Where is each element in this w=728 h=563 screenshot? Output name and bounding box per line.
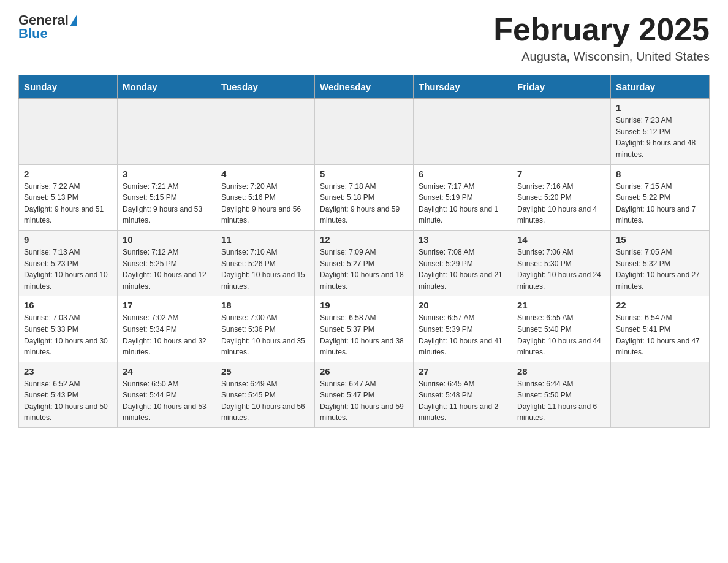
day-number: 12 <box>320 234 408 245</box>
day-number: 13 <box>419 234 507 245</box>
calendar-day-cell: 27Sunrise: 6:45 AMSunset: 5:48 PMDayligh… <box>414 362 512 427</box>
calendar-day-cell: 28Sunrise: 6:44 AMSunset: 5:50 PMDayligh… <box>512 362 611 427</box>
day-number: 16 <box>24 300 112 310</box>
day-number: 23 <box>24 366 112 377</box>
calendar-day-cell: 21Sunrise: 6:55 AMSunset: 5:40 PMDayligh… <box>512 296 611 362</box>
day-number: 10 <box>123 234 211 245</box>
day-info: Sunrise: 7:12 AMSunset: 5:25 PMDaylight:… <box>123 247 211 292</box>
day-info: Sunrise: 7:10 AMSunset: 5:26 PMDaylight:… <box>221 247 309 292</box>
day-info: Sunrise: 7:08 AMSunset: 5:29 PMDaylight:… <box>419 247 507 292</box>
calendar-day-cell: 23Sunrise: 6:52 AMSunset: 5:43 PMDayligh… <box>19 362 118 427</box>
day-number: 18 <box>221 300 309 310</box>
day-info: Sunrise: 7:06 AMSunset: 5:30 PMDaylight:… <box>517 247 605 292</box>
calendar-day-cell: 17Sunrise: 7:02 AMSunset: 5:34 PMDayligh… <box>118 296 216 362</box>
day-info: Sunrise: 6:58 AMSunset: 5:37 PMDaylight:… <box>320 312 408 358</box>
day-info: Sunrise: 6:55 AMSunset: 5:40 PMDaylight:… <box>517 312 605 358</box>
header-thursday: Thursday <box>414 75 512 99</box>
day-info: Sunrise: 7:23 AMSunset: 5:12 PMDaylight:… <box>616 115 704 160</box>
day-number: 6 <box>419 169 507 179</box>
month-title: February 2025 <box>493 12 710 47</box>
calendar-day-cell: 3Sunrise: 7:21 AMSunset: 5:15 PMDaylight… <box>118 164 216 230</box>
day-info: Sunrise: 7:22 AMSunset: 5:13 PMDaylight:… <box>24 181 112 226</box>
day-info: Sunrise: 7:13 AMSunset: 5:23 PMDaylight:… <box>24 247 112 292</box>
calendar-week-row: 16Sunrise: 7:03 AMSunset: 5:33 PMDayligh… <box>19 296 710 362</box>
header-wednesday: Wednesday <box>315 75 414 99</box>
day-number: 5 <box>320 169 408 179</box>
calendar-day-cell: 9Sunrise: 7:13 AMSunset: 5:23 PMDaylight… <box>19 230 118 296</box>
calendar-day-cell: 24Sunrise: 6:50 AMSunset: 5:44 PMDayligh… <box>118 362 216 427</box>
day-info: Sunrise: 7:00 AMSunset: 5:36 PMDaylight:… <box>221 312 309 358</box>
calendar-day-cell: 7Sunrise: 7:16 AMSunset: 5:20 PMDaylight… <box>512 164 611 230</box>
day-info: Sunrise: 6:50 AMSunset: 5:44 PMDaylight:… <box>123 378 211 424</box>
calendar-week-row: 1Sunrise: 7:23 AMSunset: 5:12 PMDaylight… <box>19 99 710 164</box>
day-info: Sunrise: 6:45 AMSunset: 5:48 PMDaylight:… <box>419 378 507 424</box>
day-number: 8 <box>616 169 704 179</box>
calendar-day-cell: 13Sunrise: 7:08 AMSunset: 5:29 PMDayligh… <box>414 230 512 296</box>
location-text: Augusta, Wisconsin, United States <box>493 50 710 64</box>
day-number: 14 <box>517 234 605 245</box>
day-info: Sunrise: 7:02 AMSunset: 5:34 PMDaylight:… <box>123 312 211 358</box>
calendar-day-cell: 8Sunrise: 7:15 AMSunset: 5:22 PMDaylight… <box>611 164 710 230</box>
calendar-day-cell <box>118 99 216 164</box>
calendar-day-cell: 15Sunrise: 7:05 AMSunset: 5:32 PMDayligh… <box>611 230 710 296</box>
day-number: 11 <box>221 234 309 245</box>
day-number: 7 <box>517 169 605 179</box>
calendar-week-row: 9Sunrise: 7:13 AMSunset: 5:23 PMDaylight… <box>19 230 710 296</box>
day-number: 26 <box>320 366 408 377</box>
calendar-day-cell: 18Sunrise: 7:00 AMSunset: 5:36 PMDayligh… <box>216 296 315 362</box>
page-header: General Blue February 2025 Augusta, Wisc… <box>18 12 710 64</box>
day-info: Sunrise: 7:21 AMSunset: 5:15 PMDaylight:… <box>123 181 211 226</box>
calendar-day-cell <box>315 99 414 164</box>
day-info: Sunrise: 7:17 AMSunset: 5:19 PMDaylight:… <box>419 181 507 226</box>
day-info: Sunrise: 7:09 AMSunset: 5:27 PMDaylight:… <box>320 247 408 292</box>
calendar-day-cell: 4Sunrise: 7:20 AMSunset: 5:16 PMDaylight… <box>216 164 315 230</box>
calendar-week-row: 23Sunrise: 6:52 AMSunset: 5:43 PMDayligh… <box>19 362 710 427</box>
day-info: Sunrise: 7:03 AMSunset: 5:33 PMDaylight:… <box>24 312 112 358</box>
calendar-table: SundayMondayTuesdayWednesdayThursdayFrid… <box>18 75 710 428</box>
calendar-day-cell: 26Sunrise: 6:47 AMSunset: 5:47 PMDayligh… <box>315 362 414 427</box>
day-number: 25 <box>221 366 309 377</box>
logo: General Blue <box>18 12 78 42</box>
day-number: 24 <box>123 366 211 377</box>
day-number: 15 <box>616 234 704 245</box>
day-info: Sunrise: 7:15 AMSunset: 5:22 PMDaylight:… <box>616 181 704 226</box>
day-number: 4 <box>221 169 309 179</box>
day-number: 20 <box>419 300 507 310</box>
day-info: Sunrise: 7:16 AMSunset: 5:20 PMDaylight:… <box>517 181 605 226</box>
day-info: Sunrise: 6:54 AMSunset: 5:41 PMDaylight:… <box>616 312 704 358</box>
header-monday: Monday <box>118 75 216 99</box>
calendar-day-cell: 20Sunrise: 6:57 AMSunset: 5:39 PMDayligh… <box>414 296 512 362</box>
day-number: 2 <box>24 169 112 179</box>
day-info: Sunrise: 6:52 AMSunset: 5:43 PMDaylight:… <box>24 378 112 424</box>
day-number: 28 <box>517 366 605 377</box>
day-info: Sunrise: 6:49 AMSunset: 5:45 PMDaylight:… <box>221 378 309 424</box>
calendar-day-cell: 11Sunrise: 7:10 AMSunset: 5:26 PMDayligh… <box>216 230 315 296</box>
day-info: Sunrise: 7:05 AMSunset: 5:32 PMDaylight:… <box>616 247 704 292</box>
calendar-day-cell <box>19 99 118 164</box>
header-friday: Friday <box>512 75 611 99</box>
calendar-day-cell: 14Sunrise: 7:06 AMSunset: 5:30 PMDayligh… <box>512 230 611 296</box>
calendar-day-cell <box>216 99 315 164</box>
calendar-day-cell: 10Sunrise: 7:12 AMSunset: 5:25 PMDayligh… <box>118 230 216 296</box>
calendar-day-cell <box>611 362 710 427</box>
calendar-day-cell: 12Sunrise: 7:09 AMSunset: 5:27 PMDayligh… <box>315 230 414 296</box>
calendar-day-cell: 22Sunrise: 6:54 AMSunset: 5:41 PMDayligh… <box>611 296 710 362</box>
calendar-day-cell: 19Sunrise: 6:58 AMSunset: 5:37 PMDayligh… <box>315 296 414 362</box>
calendar-day-cell <box>512 99 611 164</box>
calendar-day-cell <box>414 99 512 164</box>
day-info: Sunrise: 6:44 AMSunset: 5:50 PMDaylight:… <box>517 378 605 424</box>
calendar-day-cell: 16Sunrise: 7:03 AMSunset: 5:33 PMDayligh… <box>19 296 118 362</box>
header-saturday: Saturday <box>611 75 710 99</box>
day-number: 17 <box>123 300 211 310</box>
logo-triangle-icon <box>70 14 77 26</box>
day-number: 1 <box>616 102 704 113</box>
calendar-day-cell: 1Sunrise: 7:23 AMSunset: 5:12 PMDaylight… <box>611 99 710 164</box>
day-number: 19 <box>320 300 408 310</box>
title-section: February 2025 Augusta, Wisconsin, United… <box>493 12 710 64</box>
calendar-week-row: 2Sunrise: 7:22 AMSunset: 5:13 PMDaylight… <box>19 164 710 230</box>
day-info: Sunrise: 6:57 AMSunset: 5:39 PMDaylight:… <box>419 312 507 358</box>
calendar-day-cell: 2Sunrise: 7:22 AMSunset: 5:13 PMDaylight… <box>19 164 118 230</box>
day-number: 27 <box>419 366 507 377</box>
day-number: 22 <box>616 300 704 310</box>
header-tuesday: Tuesday <box>216 75 315 99</box>
